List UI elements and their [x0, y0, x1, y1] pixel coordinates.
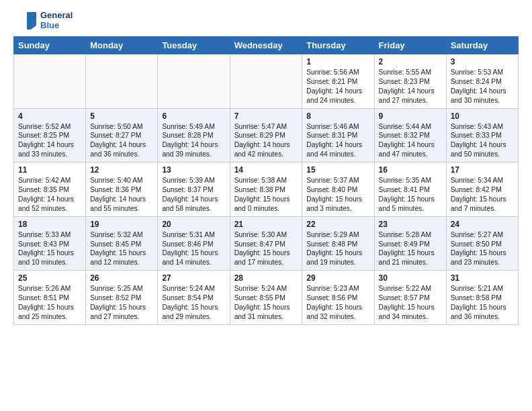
day-content: Sunrise: 5:53 AM Sunset: 8:24 PM Dayligh… — [451, 68, 514, 105]
day-number: 15 — [306, 165, 369, 175]
cell-1-4: 8Sunrise: 5:46 AM Sunset: 8:31 PM Daylig… — [302, 108, 374, 163]
col-tuesday: Tuesday — [158, 37, 230, 54]
cell-0-1 — [86, 54, 158, 109]
day-number: 30 — [379, 273, 442, 283]
day-number: 7 — [234, 111, 298, 121]
day-content: Sunrise: 5:56 AM Sunset: 8:21 PM Dayligh… — [306, 68, 369, 105]
cell-2-5: 16Sunrise: 5:35 AM Sunset: 8:41 PM Dayli… — [374, 163, 446, 217]
cell-3-5: 23Sunrise: 5:28 AM Sunset: 8:49 PM Dayli… — [374, 216, 446, 271]
day-content: Sunrise: 5:40 AM Sunset: 8:36 PM Dayligh… — [90, 176, 153, 214]
day-number: 12 — [90, 165, 153, 175]
col-wednesday: Wednesday — [230, 37, 302, 54]
cell-0-6: 3Sunrise: 5:53 AM Sunset: 8:24 PM Daylig… — [446, 54, 518, 109]
day-content: Sunrise: 5:35 AM Sunset: 8:41 PM Dayligh… — [379, 176, 442, 214]
day-number: 20 — [162, 220, 225, 229]
day-number: 19 — [90, 220, 153, 229]
col-thursday: Thursday — [302, 37, 374, 54]
day-content: Sunrise: 5:21 AM Sunset: 8:58 PM Dayligh… — [451, 284, 514, 322]
day-number: 10 — [451, 111, 514, 121]
day-content: Sunrise: 5:39 AM Sunset: 8:37 PM Dayligh… — [162, 176, 225, 214]
logo-svg — [13, 11, 38, 31]
day-content: Sunrise: 5:31 AM Sunset: 8:46 PM Dayligh… — [162, 230, 225, 268]
cell-4-4: 29Sunrise: 5:23 AM Sunset: 8:56 PM Dayli… — [302, 271, 374, 325]
cell-3-1: 19Sunrise: 5:32 AM Sunset: 8:45 PM Dayli… — [86, 216, 158, 271]
day-number: 3 — [451, 57, 514, 66]
week-row-5: 25Sunrise: 5:26 AM Sunset: 8:51 PM Dayli… — [14, 271, 519, 325]
cell-0-4: 1Sunrise: 5:56 AM Sunset: 8:21 PM Daylig… — [302, 54, 374, 109]
day-number: 18 — [18, 220, 81, 229]
day-content: Sunrise: 5:43 AM Sunset: 8:33 PM Dayligh… — [451, 122, 514, 160]
logo: General Blue — [13, 11, 73, 31]
day-content: Sunrise: 5:32 AM Sunset: 8:45 PM Dayligh… — [90, 230, 153, 268]
day-content: Sunrise: 5:47 AM Sunset: 8:29 PM Dayligh… — [234, 122, 298, 160]
cell-4-5: 30Sunrise: 5:22 AM Sunset: 8:57 PM Dayli… — [374, 271, 446, 325]
day-number: 16 — [379, 165, 442, 175]
cell-3-3: 21Sunrise: 5:30 AM Sunset: 8:47 PM Dayli… — [230, 216, 302, 271]
week-row-3: 11Sunrise: 5:42 AM Sunset: 8:35 PM Dayli… — [14, 163, 519, 217]
day-number: 26 — [90, 273, 153, 283]
day-content: Sunrise: 5:27 AM Sunset: 8:50 PM Dayligh… — [451, 230, 514, 268]
cell-0-2 — [158, 54, 230, 109]
day-number: 4 — [18, 111, 81, 121]
cell-3-2: 20Sunrise: 5:31 AM Sunset: 8:46 PM Dayli… — [158, 216, 230, 271]
cell-1-5: 9Sunrise: 5:44 AM Sunset: 8:32 PM Daylig… — [374, 108, 446, 163]
day-content: Sunrise: 5:42 AM Sunset: 8:35 PM Dayligh… — [18, 176, 81, 214]
col-friday: Friday — [374, 37, 446, 54]
week-row-4: 18Sunrise: 5:33 AM Sunset: 8:43 PM Dayli… — [14, 216, 519, 271]
day-content: Sunrise: 5:30 AM Sunset: 8:47 PM Dayligh… — [234, 230, 298, 268]
cell-2-3: 14Sunrise: 5:38 AM Sunset: 8:38 PM Dayli… — [230, 163, 302, 217]
cell-4-2: 27Sunrise: 5:24 AM Sunset: 8:54 PM Dayli… — [158, 271, 230, 325]
day-number: 25 — [18, 273, 81, 283]
cell-0-3 — [230, 54, 302, 109]
cell-3-0: 18Sunrise: 5:33 AM Sunset: 8:43 PM Dayli… — [14, 216, 86, 271]
day-number: 2 — [379, 57, 442, 66]
day-content: Sunrise: 5:24 AM Sunset: 8:54 PM Dayligh… — [162, 284, 225, 322]
col-monday: Monday — [86, 37, 158, 54]
day-content: Sunrise: 5:49 AM Sunset: 8:28 PM Dayligh… — [162, 122, 225, 160]
logo-text-blue: Blue — [40, 21, 73, 31]
day-content: Sunrise: 5:46 AM Sunset: 8:31 PM Dayligh… — [306, 122, 369, 160]
day-number: 1 — [306, 57, 369, 66]
day-number: 29 — [306, 273, 369, 283]
page: General Blue Sunday Monday Tuesday Wedne… — [0, 0, 532, 336]
day-content: Sunrise: 5:37 AM Sunset: 8:40 PM Dayligh… — [306, 176, 369, 214]
cell-3-6: 24Sunrise: 5:27 AM Sunset: 8:50 PM Dayli… — [446, 216, 518, 271]
cell-2-6: 17Sunrise: 5:34 AM Sunset: 8:42 PM Dayli… — [446, 163, 518, 217]
day-number: 14 — [234, 165, 298, 175]
day-number: 17 — [451, 165, 514, 175]
day-number: 31 — [451, 273, 514, 283]
day-number: 9 — [379, 111, 442, 121]
cell-1-3: 7Sunrise: 5:47 AM Sunset: 8:29 PM Daylig… — [230, 108, 302, 163]
cell-1-2: 6Sunrise: 5:49 AM Sunset: 8:28 PM Daylig… — [158, 108, 230, 163]
day-content: Sunrise: 5:38 AM Sunset: 8:38 PM Dayligh… — [234, 176, 298, 214]
cell-4-0: 25Sunrise: 5:26 AM Sunset: 8:51 PM Dayli… — [14, 271, 86, 325]
day-number: 28 — [234, 273, 298, 283]
col-sunday: Sunday — [14, 37, 86, 54]
day-content: Sunrise: 5:23 AM Sunset: 8:56 PM Dayligh… — [306, 284, 369, 322]
day-content: Sunrise: 5:55 AM Sunset: 8:23 PM Dayligh… — [379, 68, 442, 105]
cell-4-3: 28Sunrise: 5:24 AM Sunset: 8:55 PM Dayli… — [230, 271, 302, 325]
cell-2-1: 12Sunrise: 5:40 AM Sunset: 8:36 PM Dayli… — [86, 163, 158, 217]
day-content: Sunrise: 5:24 AM Sunset: 8:55 PM Dayligh… — [234, 284, 298, 322]
day-number: 23 — [379, 220, 442, 229]
day-number: 8 — [306, 111, 369, 121]
day-number: 6 — [162, 111, 225, 121]
day-number: 11 — [18, 165, 81, 175]
header: General Blue — [13, 11, 519, 31]
week-row-2: 4Sunrise: 5:52 AM Sunset: 8:25 PM Daylig… — [14, 108, 519, 163]
day-number: 27 — [162, 273, 225, 283]
week-row-1: 1Sunrise: 5:56 AM Sunset: 8:21 PM Daylig… — [14, 54, 519, 109]
day-number: 24 — [451, 220, 514, 229]
day-content: Sunrise: 5:44 AM Sunset: 8:32 PM Dayligh… — [379, 122, 442, 160]
cell-3-4: 22Sunrise: 5:29 AM Sunset: 8:48 PM Dayli… — [302, 216, 374, 271]
cell-1-6: 10Sunrise: 5:43 AM Sunset: 8:33 PM Dayli… — [446, 108, 518, 163]
day-number: 13 — [162, 165, 225, 175]
cell-4-6: 31Sunrise: 5:21 AM Sunset: 8:58 PM Dayli… — [446, 271, 518, 325]
cell-1-0: 4Sunrise: 5:52 AM Sunset: 8:25 PM Daylig… — [14, 108, 86, 163]
day-content: Sunrise: 5:22 AM Sunset: 8:57 PM Dayligh… — [379, 284, 442, 322]
cell-2-2: 13Sunrise: 5:39 AM Sunset: 8:37 PM Dayli… — [158, 163, 230, 217]
logo-text-general: General — [40, 11, 73, 21]
day-content: Sunrise: 5:29 AM Sunset: 8:48 PM Dayligh… — [306, 230, 369, 268]
day-content: Sunrise: 5:28 AM Sunset: 8:49 PM Dayligh… — [379, 230, 442, 268]
cell-0-5: 2Sunrise: 5:55 AM Sunset: 8:23 PM Daylig… — [374, 54, 446, 109]
